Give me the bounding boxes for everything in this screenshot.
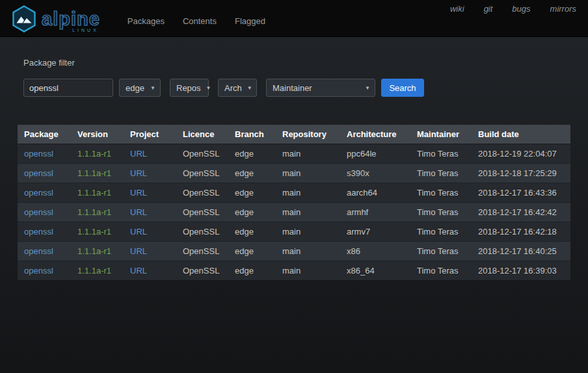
ext-link-git[interactable]: git (484, 4, 493, 14)
cell-project: URL (124, 183, 176, 203)
package-link[interactable]: openssl (24, 188, 53, 198)
cell-version: 1.1.1a-r1 (71, 144, 124, 164)
package-link[interactable]: openssl (24, 149, 53, 159)
cell-repository: main (276, 164, 340, 183)
ext-link-bugs[interactable]: bugs (512, 4, 530, 14)
ext-link-wiki[interactable]: wiki (450, 4, 464, 14)
cell-version: 1.1.1a-r1 (71, 261, 124, 281)
version-link[interactable]: 1.1.1a-r1 (77, 227, 111, 237)
package-link[interactable]: openssl (24, 207, 53, 217)
table-row: openssl1.1.1a-r1URLOpenSSLedgemainarmv7T… (18, 222, 570, 242)
project-link[interactable]: URL (130, 207, 147, 217)
cell-maintainer: Timo Teras (410, 203, 472, 222)
package-table: PackageVersionProjectLicenceBranchReposi… (18, 125, 570, 280)
nav-links: Packages Contents Flagged (118, 12, 274, 36)
table-row: openssl1.1.1a-r1URLOpenSSLedgemainx86_64… (18, 261, 570, 281)
cell-architecture: aarch64 (340, 183, 410, 203)
cell-architecture: armhf (340, 203, 410, 222)
branch-select[interactable]: edge ▼ (119, 79, 161, 97)
cell-architecture: armv7 (340, 222, 410, 242)
nav-link-flagged[interactable]: Flagged (226, 12, 274, 30)
column-header-repository: Repository (276, 125, 340, 144)
cell-licence: OpenSSL (176, 261, 228, 281)
cell-project: URL (124, 203, 176, 222)
cell-version: 1.1.1a-r1 (71, 242, 124, 261)
cell-build_date: 2018-12-17 16:40:25 (472, 242, 570, 261)
chevron-down-icon: ▼ (150, 85, 155, 91)
architecture-select-value: Arch (224, 83, 242, 93)
version-link[interactable]: 1.1.1a-r1 (77, 188, 111, 198)
cell-project: URL (124, 144, 176, 164)
package-name-input[interactable] (23, 79, 113, 97)
column-header-project: Project (124, 125, 176, 144)
repository-select-value: Repos (176, 83, 201, 93)
version-link[interactable]: 1.1.1a-r1 (77, 168, 111, 178)
cell-package: openssl (18, 222, 71, 242)
repository-select[interactable]: Repos ▼ (170, 79, 209, 97)
project-link[interactable]: URL (130, 168, 147, 178)
cell-version: 1.1.1a-r1 (71, 183, 124, 203)
architecture-select[interactable]: Arch ▼ (218, 79, 257, 97)
cell-build_date: 2018-12-18 17:25:29 (472, 164, 570, 183)
table-row: openssl1.1.1a-r1URLOpenSSLedgemains390xT… (18, 164, 570, 183)
cell-licence: OpenSSL (176, 222, 228, 242)
nav-link-contents[interactable]: Contents (174, 12, 226, 30)
package-table-wrap: PackageVersionProjectLicenceBranchReposi… (18, 125, 570, 280)
column-header-version: Version (71, 125, 124, 144)
cell-package: openssl (18, 261, 71, 281)
cell-architecture: s390x (340, 164, 410, 183)
cell-maintainer: Timo Teras (410, 144, 472, 164)
cell-package: openssl (18, 144, 71, 164)
alpine-logo-icon (12, 5, 36, 32)
package-table-body: openssl1.1.1a-r1URLOpenSSLedgemainppc64l… (18, 144, 570, 281)
project-link[interactable]: URL (130, 266, 147, 276)
brand-logo-link[interactable]: alpine LINUX (0, 1, 109, 36)
column-header-licence: Licence (176, 125, 228, 144)
cell-maintainer: Timo Teras (410, 183, 472, 203)
project-link[interactable]: URL (130, 246, 147, 256)
cell-architecture: x86 (340, 242, 410, 261)
column-header-build_date: Build date (472, 125, 570, 144)
cell-maintainer: Timo Teras (410, 261, 472, 281)
package-link[interactable]: openssl (24, 246, 53, 256)
project-link[interactable]: URL (130, 227, 147, 237)
cell-version: 1.1.1a-r1 (71, 164, 124, 183)
maintainer-select[interactable]: Maintainer ▼ (266, 79, 375, 97)
cell-branch: edge (228, 222, 276, 242)
cell-licence: OpenSSL (176, 203, 228, 222)
column-header-maintainer: Maintainer (410, 125, 472, 144)
maintainer-select-value: Maintainer (273, 83, 312, 93)
search-button[interactable]: Search (381, 79, 424, 97)
brand-wordmark: alpine LINUX (42, 10, 100, 29)
cell-package: openssl (18, 203, 71, 222)
version-link[interactable]: 1.1.1a-r1 (77, 246, 111, 256)
table-row: openssl1.1.1a-r1URLOpenSSLedgemainarmhfT… (18, 203, 570, 222)
package-link[interactable]: openssl (24, 227, 53, 237)
cell-repository: main (276, 203, 340, 222)
chevron-down-icon: ▼ (206, 85, 211, 91)
package-link[interactable]: openssl (24, 168, 53, 178)
ext-link-mirrors[interactable]: mirrors (550, 4, 576, 14)
table-row: openssl1.1.1a-r1URLOpenSSLedgemainppc64l… (18, 144, 570, 164)
table-row: openssl1.1.1a-r1URLOpenSSLedgemainaarch6… (18, 183, 570, 203)
project-link[interactable]: URL (130, 149, 147, 159)
nav-link-packages[interactable]: Packages (118, 12, 174, 30)
chevron-down-icon: ▼ (247, 85, 252, 91)
brand-sub-text: LINUX (72, 28, 99, 32)
cell-branch: edge (228, 203, 276, 222)
cell-maintainer: Timo Teras (410, 242, 472, 261)
cell-maintainer: Timo Teras (410, 222, 472, 242)
cell-repository: main (276, 261, 340, 281)
cell-build_date: 2018-12-17 16:39:03 (472, 261, 570, 281)
cell-maintainer: Timo Teras (410, 164, 472, 183)
cell-architecture: x86_64 (340, 261, 410, 281)
version-link[interactable]: 1.1.1a-r1 (77, 149, 111, 159)
cell-repository: main (276, 242, 340, 261)
cell-branch: edge (228, 261, 276, 281)
version-link[interactable]: 1.1.1a-r1 (77, 207, 111, 217)
project-link[interactable]: URL (130, 188, 147, 198)
package-link[interactable]: openssl (24, 266, 53, 276)
cell-build_date: 2018-12-17 16:42:42 (472, 203, 570, 222)
version-link[interactable]: 1.1.1a-r1 (77, 266, 111, 276)
cell-version: 1.1.1a-r1 (71, 222, 124, 242)
